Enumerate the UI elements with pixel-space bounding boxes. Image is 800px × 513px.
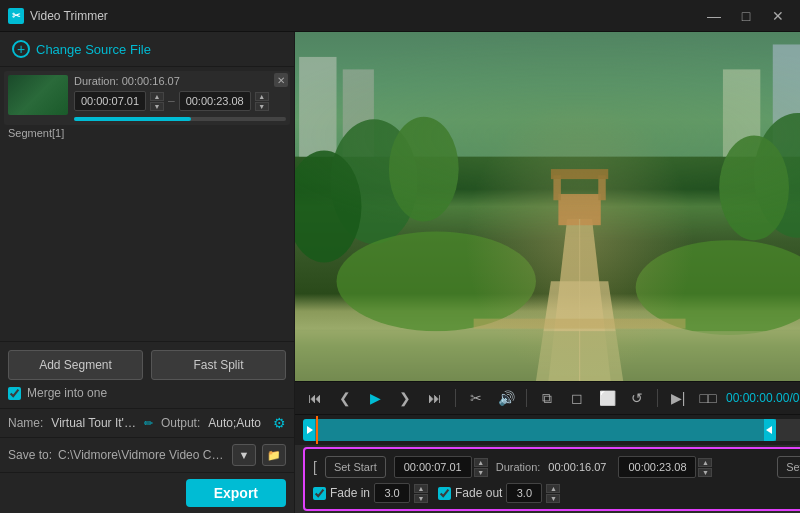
loop-button[interactable]: ⧉ bbox=[535, 386, 559, 410]
add-source-button[interactable]: + Change Source File bbox=[0, 32, 294, 67]
trim-button[interactable]: ✂ bbox=[464, 386, 488, 410]
skip-back-button[interactable]: ⏮ bbox=[303, 386, 327, 410]
app-title: Video Trimmer bbox=[30, 9, 700, 23]
output-value: Auto;Auto bbox=[208, 416, 261, 430]
duration-value: 00:00:16.07 bbox=[548, 461, 606, 473]
name-value: Virtual Tour It'...(Intramuros).mp4 bbox=[51, 416, 136, 430]
segment-end-input[interactable] bbox=[179, 91, 251, 111]
folder-dropdown-button[interactable]: ▼ bbox=[232, 444, 256, 466]
segment-duration: Duration: 00:00:16.07 bbox=[74, 75, 286, 87]
segment-times: ▲ ▼ – ▲ ▼ bbox=[74, 91, 286, 111]
skip-forward-button[interactable]: ⏭ bbox=[423, 386, 447, 410]
current-time: 00:00:00.00 bbox=[726, 391, 789, 405]
set-end-button[interactable]: Set End bbox=[777, 456, 800, 478]
segment-controls-panel: [ Set Start ▲ ▼ Duration: 00:00:16.07 ▲ … bbox=[303, 447, 800, 511]
divider2 bbox=[526, 389, 527, 407]
fade-in-spin-up[interactable]: ▲ bbox=[414, 484, 428, 493]
end-time-spin-up[interactable]: ▲ bbox=[698, 458, 712, 467]
fade-out-checkbox[interactable] bbox=[438, 487, 451, 500]
save-row: Save to: C:\Vidmore\Vidmore Video Conver… bbox=[0, 437, 294, 472]
start-marker-icon bbox=[305, 424, 313, 436]
minimize-button[interactable]: — bbox=[700, 5, 728, 27]
play-button[interactable]: ▶ bbox=[363, 386, 387, 410]
divider3 bbox=[657, 389, 658, 407]
edit-icon[interactable]: ✏ bbox=[144, 417, 153, 430]
time-dash: – bbox=[168, 94, 175, 108]
start-time-input[interactable] bbox=[394, 456, 472, 478]
segment-list: Duration: 00:00:16.07 ▲ ▼ – ▲ ▼ bbox=[0, 67, 294, 341]
segment-label: Segment[1] bbox=[4, 125, 290, 141]
left-panel: + Change Source File Duration: 00:00:16.… bbox=[0, 32, 295, 513]
duration-label: Duration: bbox=[74, 75, 119, 87]
duration-label: Duration: bbox=[496, 461, 541, 473]
end-time-group: ▲ ▼ bbox=[618, 456, 712, 478]
fade-out-group: Fade out ▲ ▼ bbox=[438, 483, 560, 503]
start-spin-down[interactable]: ▼ bbox=[150, 102, 164, 111]
fade-out-spin-down[interactable]: ▼ bbox=[546, 494, 560, 503]
segment-start-input[interactable] bbox=[74, 91, 146, 111]
next-frame-button[interactable]: ❯ bbox=[393, 386, 417, 410]
fade-out-spinners: ▲ ▼ bbox=[546, 484, 560, 503]
close-button[interactable]: ✕ bbox=[764, 5, 792, 27]
plus-icon: + bbox=[12, 40, 30, 58]
video-frame bbox=[295, 32, 800, 381]
right-panel: ⏮ ❮ ▶ ❯ ⏭ ✂ 🔊 ⧉ ◻ ⬜ ↺ ▶| □□ 00:00:00.00/… bbox=[295, 32, 800, 513]
start-time-spin-up[interactable]: ▲ bbox=[474, 458, 488, 467]
merge-checkbox[interactable] bbox=[8, 387, 21, 400]
open-folder-button[interactable]: 📁 bbox=[262, 444, 286, 466]
app-icon: ✂ bbox=[8, 8, 24, 24]
fast-split-button[interactable]: Fast Split bbox=[151, 350, 286, 380]
snapshot-button[interactable]: ◻ bbox=[565, 386, 589, 410]
export-area: Export bbox=[0, 472, 294, 513]
crop-button[interactable]: ⬜ bbox=[595, 386, 619, 410]
end-time-spin-down[interactable]: ▼ bbox=[698, 468, 712, 477]
start-time-spin-down[interactable]: ▼ bbox=[474, 468, 488, 477]
fade-in-spin-down[interactable]: ▼ bbox=[414, 494, 428, 503]
prev-frame-button[interactable]: ❮ bbox=[333, 386, 357, 410]
end-spin-down[interactable]: ▼ bbox=[255, 102, 269, 111]
svg-marker-23 bbox=[307, 426, 313, 434]
main-layout: + Change Source File Duration: 00:00:16.… bbox=[0, 32, 800, 513]
fade-in-checkbox[interactable] bbox=[313, 487, 326, 500]
fade-in-input[interactable] bbox=[374, 483, 410, 503]
bracket-start-icon: [ bbox=[313, 459, 317, 475]
timeline-end-marker[interactable] bbox=[764, 419, 776, 441]
total-time: 00:00:30.01 bbox=[793, 391, 800, 405]
add-segment-button[interactable]: Add Segment bbox=[8, 350, 143, 380]
gear-icon[interactable]: ⚙ bbox=[273, 415, 286, 431]
play-segment-button[interactable]: ▶| bbox=[666, 386, 690, 410]
timeline-area bbox=[295, 415, 800, 445]
merge-label: Merge into one bbox=[27, 386, 107, 400]
export-button[interactable]: Export bbox=[186, 479, 286, 507]
end-spinners: ▲ ▼ bbox=[255, 92, 269, 111]
end-spin-up[interactable]: ▲ bbox=[255, 92, 269, 101]
name-label: Name: bbox=[8, 416, 43, 430]
fade-out-input[interactable] bbox=[506, 483, 542, 503]
rotate-button[interactable]: ↺ bbox=[625, 386, 649, 410]
playback-controls: ⏮ ❮ ▶ ❯ ⏭ ✂ 🔊 ⧉ ◻ ⬜ ↺ ▶| □□ 00:00:00.00/… bbox=[295, 381, 800, 415]
set-points-row: [ Set Start ▲ ▼ Duration: 00:00:16.07 ▲ … bbox=[311, 453, 800, 481]
titlebar: ✂ Video Trimmer — □ ✕ bbox=[0, 0, 800, 32]
timeline-playhead bbox=[316, 416, 318, 444]
volume-button[interactable]: 🔊 bbox=[494, 386, 518, 410]
segment-item: Duration: 00:00:16.07 ▲ ▼ – ▲ ▼ bbox=[4, 71, 290, 125]
start-spin-up[interactable]: ▲ bbox=[150, 92, 164, 101]
set-start-button[interactable]: Set Start bbox=[325, 456, 386, 478]
merge-row: Merge into one bbox=[8, 386, 286, 400]
timeline-start-marker[interactable] bbox=[303, 419, 315, 441]
start-time-group: ▲ ▼ bbox=[394, 456, 488, 478]
divider1 bbox=[455, 389, 456, 407]
fade-in-spinners: ▲ ▼ bbox=[414, 484, 428, 503]
timeline-track[interactable] bbox=[303, 419, 800, 441]
frame-view-button[interactable]: □□ bbox=[696, 386, 720, 410]
fade-out-label: Fade out bbox=[455, 486, 502, 500]
fade-out-spin-up[interactable]: ▲ bbox=[546, 484, 560, 493]
segment-thumbnail bbox=[8, 75, 68, 115]
segment-close-button[interactable]: ✕ bbox=[274, 73, 288, 87]
window-controls: — □ ✕ bbox=[700, 5, 792, 27]
output-label: Output: bbox=[161, 416, 200, 430]
end-time-spinners: ▲ ▼ bbox=[698, 458, 712, 477]
maximize-button[interactable]: □ bbox=[732, 5, 760, 27]
end-time-input[interactable] bbox=[618, 456, 696, 478]
add-source-label: Change Source File bbox=[36, 42, 151, 57]
